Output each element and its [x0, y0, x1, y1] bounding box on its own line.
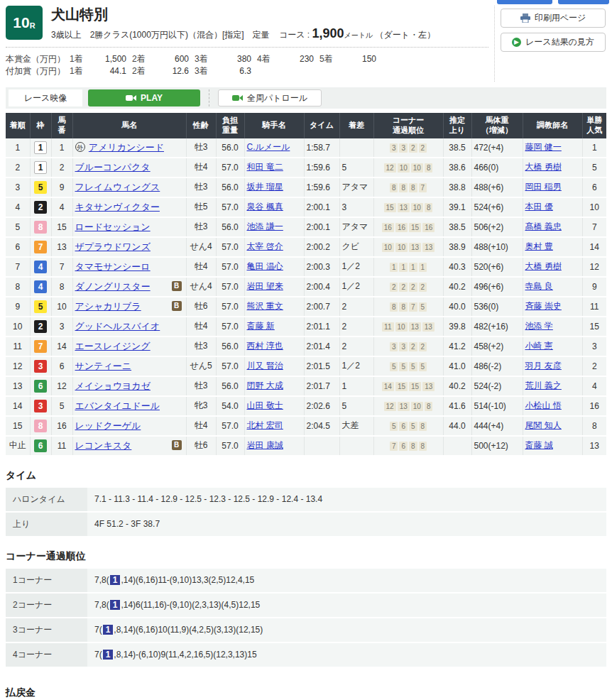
horse-name-link[interactable]: レコンキスタ: [75, 440, 132, 451]
horse-name-link[interactable]: アメリカンシード: [89, 142, 164, 153]
horse-name-link[interactable]: アシャカリブラ: [75, 301, 141, 312]
corner-position-box: 7: [390, 442, 398, 451]
trainer-link[interactable]: 髙橋 義忠: [525, 222, 562, 231]
corner-position-box: 1: [399, 263, 408, 272]
top-cutoff-button-left[interactable]: [497, 0, 552, 4]
horse-number: 5: [51, 396, 72, 416]
estimated-last-3f: 41.6: [443, 396, 471, 416]
trainer-link[interactable]: 斎藤 誠: [525, 440, 553, 450]
horse-name-link[interactable]: タマモサンシーロ: [75, 261, 151, 272]
time-section-heading: タイム: [6, 469, 606, 482]
jockey-link[interactable]: 坂井 瑠星: [247, 182, 283, 192]
margin: 5: [339, 158, 373, 177]
jockey-link[interactable]: 山田 敬士: [247, 400, 283, 410]
load-weight: 56.0: [216, 337, 244, 356]
horse-name-cell: 外 ブルーコンパクタ B: [72, 158, 186, 177]
horse-name-link[interactable]: ダノングリスター: [75, 281, 151, 292]
body-weight: 488(+6): [471, 177, 523, 197]
horse-name-link[interactable]: キタサンヴィクター: [75, 202, 160, 212]
winner-highlight: 1: [103, 650, 114, 660]
print-page-button[interactable]: 印刷用ページ: [501, 9, 606, 28]
trainer-link[interactable]: 岡田 稲男: [525, 182, 562, 192]
body-weight: 520(+6): [471, 257, 523, 277]
horse-name-link[interactable]: ザプラウドワンズ: [75, 241, 151, 252]
sex-age: せん5: [186, 356, 216, 376]
horse-name-link[interactable]: エバンタイユドール: [75, 400, 160, 411]
estimated-last-3f: 41.2: [443, 337, 471, 356]
result-row: 7 4 7 外 タマモサンシーロ B 牡4 57.0 亀田 温心 2:00.3 …: [6, 257, 606, 277]
horse-name-link[interactable]: レッドクーゲル: [75, 420, 141, 431]
patrol-video-button[interactable]: 全周パトロール: [218, 89, 322, 106]
margin: [339, 138, 373, 158]
results-header-row: 着順 枠 馬 番 馬名 性齢 負担 重量 騎手名 タイム 着差 コーナー 通過順…: [6, 113, 606, 138]
jockey-link[interactable]: 和田 竜二: [247, 162, 283, 172]
horse-name-link[interactable]: メイショウヨカゼ: [75, 381, 151, 391]
corner-position-box: 10: [411, 203, 423, 212]
load-weight: 57.0: [216, 237, 244, 257]
corner-position-box: 15: [409, 382, 421, 391]
jockey-link[interactable]: 泉谷 楓真: [247, 202, 283, 212]
jockey-cell: 泉谷 楓真: [244, 197, 304, 217]
horse-number: 7: [51, 257, 72, 277]
horse-name-link[interactable]: ブルーコンパクタ: [75, 162, 151, 173]
sex-age: せん4: [186, 237, 216, 257]
payout-section-heading: 払戻金: [6, 687, 82, 700]
trainer-link[interactable]: 池添 学: [525, 321, 553, 331]
trainer-link[interactable]: 小崎 憲: [525, 341, 553, 351]
trainer-link[interactable]: 羽月 友彦: [525, 361, 562, 371]
load-weight: 56.0: [216, 376, 244, 396]
horse-name-link[interactable]: グッドヘルスバイオ: [75, 321, 160, 332]
result-guide-button[interactable]: ▶ レース結果の見方: [501, 33, 606, 52]
sex-age: 牡4: [186, 416, 216, 436]
sex-age: 牡4: [186, 317, 216, 337]
sex-age: 牡4: [186, 158, 216, 177]
race-header: 10R 犬山特別 3歳以上 2勝クラス(1000万円以下)（混合）[指定] 定量…: [0, 0, 612, 82]
sex-age: 牡3: [186, 217, 216, 237]
corner-position-box: 1: [419, 263, 427, 272]
finish-time: 2:01.4: [304, 337, 339, 356]
col-horse-name: 馬名: [72, 113, 186, 138]
page-title: 犬山特別: [51, 6, 435, 23]
horse-name-link[interactable]: サンティーニ: [75, 361, 132, 371]
corner-row-label: 1コーナー: [6, 569, 87, 593]
jockey-link[interactable]: 岩田 望来: [247, 281, 283, 291]
trainer-link[interactable]: 大橋 勇樹: [525, 162, 562, 172]
trainer-link[interactable]: 小桧山 悟: [525, 400, 562, 410]
jockey-link[interactable]: 池添 謙一: [247, 222, 283, 231]
trainer-cell: 小桧山 悟: [523, 396, 582, 416]
trainer-link[interactable]: 寺島 良: [525, 281, 553, 291]
col-load-weight: 負担 重量: [216, 113, 244, 138]
horse-name-link[interactable]: エースレイジング: [75, 341, 151, 351]
trainer-link[interactable]: 藤岡 健一: [525, 142, 562, 152]
prize-add-label: 付加賞（万円）: [6, 65, 70, 77]
jockey-link[interactable]: 斎藤 新: [247, 321, 275, 331]
trainer-link[interactable]: 本田 優: [525, 202, 553, 212]
trainer-link[interactable]: 斉藤 崇史: [525, 301, 562, 311]
win-popularity: 15: [582, 317, 606, 337]
jockey-link[interactable]: 団野 大成: [247, 381, 283, 390]
play-button[interactable]: PLAY: [88, 89, 200, 106]
corner-position-box: 10: [411, 402, 423, 411]
frame-cell: 3: [30, 396, 51, 416]
result-row: 5 8 15 外 ロードセッション B 牡3 56.0 池添 謙一 2:00.1…: [6, 217, 606, 237]
trainer-link[interactable]: 荒川 義之: [525, 381, 562, 390]
horse-name-link[interactable]: フレイムウィングス: [75, 182, 160, 192]
trainer-link[interactable]: 尾関 知人: [525, 420, 562, 430]
jockey-link[interactable]: 熊沢 重文: [247, 301, 283, 311]
top-cutoff-button-right[interactable]: [558, 0, 609, 4]
jockey-link[interactable]: 西村 淳也: [247, 341, 283, 351]
jockey-link[interactable]: 太宰 啓介: [247, 241, 283, 251]
trainer-link[interactable]: 大橋 勇樹: [525, 261, 562, 271]
jockey-link[interactable]: 川又 賢治: [247, 361, 283, 371]
jockey-link[interactable]: C.ルメール: [247, 142, 290, 152]
corner-position-box: 7: [419, 183, 427, 192]
horse-name-link[interactable]: ロードセッション: [75, 222, 151, 232]
jockey-link[interactable]: 亀田 温心: [247, 261, 283, 271]
finish-time: 2:00.1: [304, 197, 339, 217]
body-weight: 488(+10): [471, 237, 523, 257]
trainer-link[interactable]: 奥村 豊: [525, 241, 553, 251]
jockey-link[interactable]: 岩田 康誠: [247, 440, 283, 450]
jockey-link[interactable]: 北村 宏司: [247, 420, 283, 430]
corner-positions: 3322: [373, 138, 443, 158]
corner-position-box: 13: [409, 322, 421, 332]
